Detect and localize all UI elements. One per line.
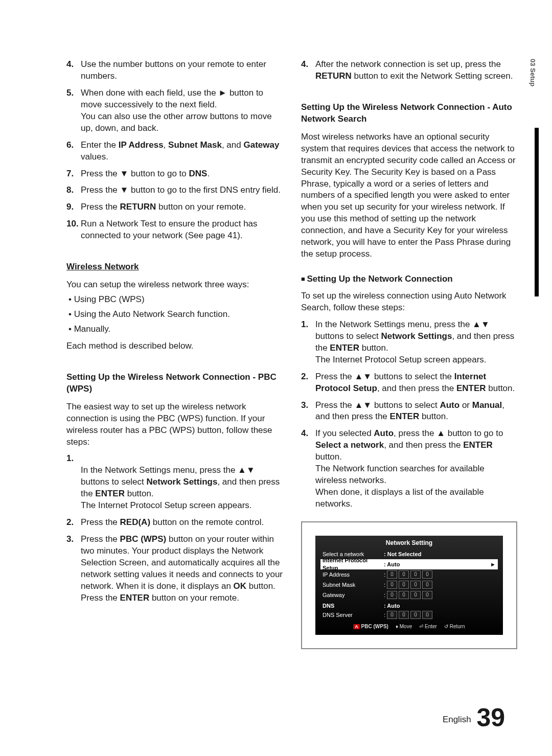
row-label: DNS bbox=[323, 602, 384, 610]
step-number: 3. bbox=[66, 534, 81, 604]
list-item: Manually. bbox=[66, 324, 283, 335]
ip-octet: 0 bbox=[410, 611, 421, 619]
dns-row: DNS : Auto bbox=[320, 602, 498, 610]
step-number: 1. bbox=[66, 453, 81, 512]
step-number: 4. bbox=[301, 428, 315, 510]
step-text: Press the RED(A) button on the remote co… bbox=[81, 517, 283, 529]
step-8: 8. Press the ▼ button to go to the first… bbox=[66, 185, 283, 196]
wireless-intro: You can setup the wireless network three… bbox=[66, 279, 283, 291]
row-label: Subnet Mask bbox=[323, 581, 384, 589]
ip-octet: 0 bbox=[399, 581, 409, 589]
ip-octet: 0 bbox=[410, 570, 421, 579]
auto-network-paragraph: Most wireless networks have an optional … bbox=[301, 131, 517, 260]
step-text: In the Network Settings menu, press the … bbox=[315, 319, 517, 366]
numbered-list-continued: 4. Use the number buttons on your remote… bbox=[66, 59, 283, 242]
page-footer: English 39 bbox=[443, 703, 505, 732]
hint-enter: ⏎ Enter bbox=[419, 623, 437, 630]
row-label: Gateway bbox=[323, 591, 384, 599]
screen-footer-hints: A PBC (WPS) ♦ Move ⏎ Enter ↺ Return bbox=[320, 623, 498, 630]
wireless-outro: Each method is described below. bbox=[66, 340, 283, 352]
row-value: : Auto ► bbox=[384, 561, 496, 568]
auto-network-heading: Setting Up the Wireless Network Connecti… bbox=[301, 102, 517, 125]
step-text: When done with each field, use the ► but… bbox=[81, 87, 283, 134]
ip-octet: 0 bbox=[422, 611, 432, 619]
step-10: 10. Run a Network Test to ensure the pro… bbox=[66, 218, 283, 242]
right-arrow-icon: ► bbox=[218, 88, 227, 98]
footer-language: English bbox=[443, 715, 471, 724]
network-setting-screen: Network Setting Select a network : Not S… bbox=[315, 536, 503, 635]
red-a-icon: A bbox=[353, 624, 360, 629]
gateway-row: Gateway : 0 0 0 0 bbox=[320, 590, 498, 600]
step-text: Press the PBC (WPS) button on your route… bbox=[81, 534, 283, 604]
enter-icon: ⏎ bbox=[419, 624, 423, 629]
list-item: Using the Auto Network Search function. bbox=[66, 309, 283, 320]
row-label: DNS Server bbox=[323, 611, 384, 619]
dns-server-row: DNS Server : 0 0 0 0 bbox=[320, 610, 498, 620]
pbc-step-2: 2. Press the RED(A) button on the remote… bbox=[66, 517, 283, 529]
pbc-steps: 1. In the Network Settings menu, press t… bbox=[66, 453, 283, 604]
step-6: 6. Enter the IP Address, Subnet Mask, an… bbox=[66, 140, 283, 163]
auto-step-4: 4. If you selected Auto, press the ▲ but… bbox=[301, 428, 517, 510]
left-column: 4. Use the number buttons on your remote… bbox=[66, 59, 283, 649]
step-number: 2. bbox=[66, 517, 81, 529]
hint-pbc: A PBC (WPS) bbox=[353, 623, 388, 630]
step-number: 1. bbox=[301, 319, 315, 366]
network-setting-figure: Network Setting Select a network : Not S… bbox=[301, 521, 517, 650]
step-text: Press the ▲▼ buttons to select the Inter… bbox=[315, 371, 517, 395]
step-number: 9. bbox=[66, 201, 81, 213]
ip-octet: 0 bbox=[387, 591, 397, 599]
page-number: 39 bbox=[476, 703, 505, 732]
pbc-wps-heading: Setting Up the Wireless Network Connecti… bbox=[66, 372, 283, 395]
wireless-methods-list: Using PBC (WPS) Using the Auto Network S… bbox=[66, 294, 283, 335]
auto-step-2: 2. Press the ▲▼ buttons to select the In… bbox=[301, 371, 517, 395]
ip-octet: 0 bbox=[387, 570, 397, 579]
step-text: Press the ▼ button to go to the first DN… bbox=[81, 185, 283, 196]
page: 03 Setup 4. Use the number buttons on yo… bbox=[0, 0, 552, 756]
step-text: Press the ▼ button to go to DNS. bbox=[81, 168, 283, 180]
updown-icon: ♦ bbox=[396, 624, 398, 629]
step-text: Run a Network Test to ensure the product… bbox=[81, 218, 283, 242]
two-column-layout: 4. Use the number buttons on your remote… bbox=[66, 59, 517, 649]
step-number: 2. bbox=[301, 371, 315, 395]
step-text: Press the ▲▼ buttons to select Auto or M… bbox=[315, 400, 517, 423]
step-number: 10. bbox=[66, 218, 81, 242]
row-value: : Auto bbox=[384, 602, 400, 610]
step-7: 7. Press the ▼ button to go to DNS. bbox=[66, 168, 283, 180]
ip-octet: 0 bbox=[399, 591, 409, 599]
ip-octet: 0 bbox=[399, 570, 409, 579]
right-top-list: 4. After the network connection is set u… bbox=[301, 59, 517, 82]
step-number: 4. bbox=[301, 59, 315, 82]
hint-move: ♦ Move bbox=[396, 623, 412, 630]
row-value: : Not Selected bbox=[384, 551, 496, 558]
pbc-step-3: 3. Press the PBC (WPS) button on your ro… bbox=[66, 534, 283, 604]
list-item: Using PBC (WPS) bbox=[66, 294, 283, 306]
step-text: In the Network Settings menu, press the … bbox=[81, 453, 283, 512]
subnet-mask-row: Subnet Mask : 0 0 0 0 bbox=[320, 580, 498, 590]
pbc-step-1: 1. In the Network Settings menu, press t… bbox=[66, 453, 283, 512]
internet-protocol-setup-row: Internet Protocol Setup : Auto ► bbox=[320, 559, 498, 569]
ip-octet: 0 bbox=[387, 581, 397, 589]
right-arrow-icon: ► bbox=[490, 561, 496, 568]
pbc-intro: The easiest way to set up the wireless n… bbox=[66, 401, 283, 448]
step-text: Press the RETURN button on your remote. bbox=[81, 201, 283, 213]
right-column: 4. After the network connection is set u… bbox=[301, 59, 517, 649]
row-label: IP Address bbox=[323, 571, 384, 579]
screen-title: Network Setting bbox=[320, 539, 498, 547]
auto-step-1: 1. In the Network Settings menu, press t… bbox=[301, 319, 517, 366]
setting-up-connection-subheading: Setting Up the Network Connection bbox=[301, 273, 517, 285]
step-number: 4. bbox=[66, 59, 81, 82]
step-text: Use the number buttons on your remote to… bbox=[81, 59, 283, 82]
step-text: Enter the IP Address, Subnet Mask, and G… bbox=[81, 140, 283, 163]
chapter-tab: 03 Setup bbox=[528, 59, 537, 105]
step-number: 7. bbox=[66, 168, 81, 180]
step-number: 5. bbox=[66, 87, 81, 134]
ip-address-row: IP Address : 0 0 0 0 bbox=[320, 569, 498, 580]
auto-steps: 1. In the Network Settings menu, press t… bbox=[301, 319, 517, 510]
return-icon: ↺ bbox=[444, 624, 448, 629]
step-5: 5. When done with each field, use the ► … bbox=[66, 87, 283, 134]
step-text: If you selected Auto, press the ▲ button… bbox=[315, 428, 517, 510]
step-number: 3. bbox=[301, 400, 315, 423]
hint-return: ↺ Return bbox=[444, 623, 465, 630]
ip-octet: 0 bbox=[410, 581, 421, 589]
auto-step-3: 3. Press the ▲▼ buttons to select Auto o… bbox=[301, 400, 517, 423]
